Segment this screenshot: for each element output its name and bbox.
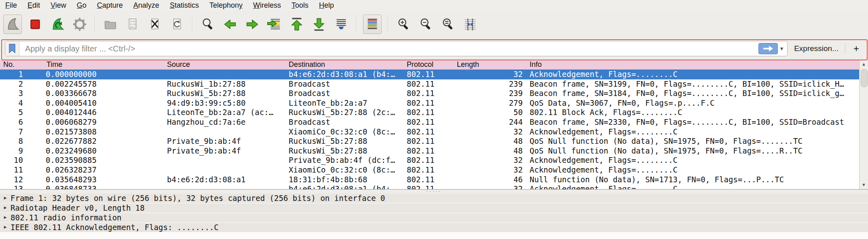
stop-capture-button[interactable] [26,15,44,34]
packet-list-header: No.TimeSourceDestinationProtocolLengthIn… [0,60,859,70]
open-file-button[interactable] [101,15,119,34]
packet-row[interactable]: 120.035648293b4:e6:2d:d3:08:a118:31:bf:4… [0,175,859,185]
menu-item-statistics[interactable]: Statistics [165,0,204,11]
filter-dropdown-caret[interactable]: ▾ [780,45,784,52]
detail-row[interactable]: ▶Frame 1: 32 bytes on wire (256 bits), 3… [0,194,868,203]
start-capture-button[interactable] [3,15,22,34]
go-forward-button[interactable] [243,15,261,34]
expand-arrow-icon[interactable]: ▶ [0,194,11,203]
menu-item-view[interactable]: View [45,0,72,11]
find-packet-button[interactable] [199,15,217,34]
packet-row[interactable]: 60.006068279Hangzhou_cd:7a:6eBroadcast80… [0,117,859,127]
cell-length: 32 [453,127,526,137]
packet-row[interactable]: 110.026328237XiaomiCo_0c:32:c0 (8c:…802.… [0,165,859,175]
go-first-button[interactable] [288,15,306,34]
apply-filter-button[interactable] [758,43,778,54]
auto-scroll-button[interactable] [332,15,350,34]
detail-row[interactable]: ▶802.11 radio information [0,213,868,222]
capture-options-icon [72,17,87,32]
column-header-time[interactable]: Time [44,60,162,69]
column-header-source[interactable]: Source [162,60,285,69]
menu-item-go[interactable]: Go [72,0,92,11]
add-filter-button[interactable]: + [852,43,863,54]
scrollbar-thumb[interactable] [861,69,868,87]
go-back-button[interactable] [221,15,239,34]
restart-capture-icon [50,17,65,32]
packet-row[interactable]: 90.023249680Private_9b:ab:4fRuckusWi_5b:… [0,146,859,156]
packet-row[interactable]: 100.023590885Private_9b:ab:4f (dc:f…802.… [0,156,859,165]
detail-row[interactable]: ▶IEEE 802.11 Acknowledgement, Flags: ...… [0,223,868,232]
menu-item-tools[interactable]: Tools [286,0,314,11]
cell-source: Private_9b:ab:4f [162,137,285,146]
packet-row[interactable]: 20.002245578RuckusWi_1b:27:88Broadcast80… [0,79,859,89]
cell-length: 32 [453,156,526,165]
packet-row[interactable]: 40.00400541094:d9:b3:99:c5:80LiteonTe_bb… [0,98,859,108]
packet-row[interactable]: 70.021573808XiaomiCo_0c:32:c0 (8c:…802.1… [0,127,859,137]
packet-row[interactable]: 50.004012446LiteonTe_bb:2a:a7 (ac:…Rucku… [0,108,859,117]
packet-row[interactable]: 80.022677882Private_9b:ab:4fRuckusWi_5b:… [0,137,859,146]
packet-row[interactable]: 30.003366678RuckusWi_5b:27:88Broadcast80… [0,89,859,98]
menu-item-capture[interactable]: Capture [92,0,128,11]
cell-length: 48 [453,146,526,156]
go-last-icon [311,17,327,32]
vertical-scrollbar[interactable]: ▲ ▼ [859,60,868,189]
column-header-info[interactable]: Info [526,60,859,69]
column-header-length[interactable]: Length [453,60,526,69]
cell-info: 802.11 Block Ack, Flags=........C [526,108,859,117]
resize-columns-button[interactable] [461,15,479,34]
menu-item-file[interactable]: File [0,0,22,11]
colorize-button[interactable] [363,15,382,34]
menu-item-wireless[interactable]: Wireless [248,0,286,11]
zoom-in-button[interactable] [395,15,412,34]
cell-time: 0.035648293 [44,175,162,185]
toolbar-separator [388,17,389,32]
cell-destination: Broadcast [285,89,403,98]
go-last-button[interactable] [310,15,328,34]
menu-item-edit[interactable]: Edit [22,0,45,11]
cell-no: 11 [0,165,44,175]
reload-file-button[interactable] [168,15,186,34]
cell-time: 0.036848733 [44,184,162,189]
cell-destination: b4:e6:2d:d3:08:a1 (b4:… [285,70,403,79]
cell-no: 7 [0,127,44,137]
cell-source [162,184,285,189]
cell-length: 48 [453,137,526,146]
close-file-button[interactable] [146,15,164,34]
capture-options-button[interactable] [71,15,89,34]
cell-protocol: 802.11 [403,117,453,127]
zoom-out-button[interactable] [417,15,435,34]
expand-arrow-icon[interactable]: ▶ [0,213,11,222]
svg-text:0101: 0101 [130,20,136,23]
detail-row[interactable]: ▶Radiotap Header v0, Length 18 [0,203,868,213]
expression-button[interactable]: Expression... [794,44,838,53]
cell-protocol: 802.11 [403,175,453,185]
cell-protocol: 802.11 [403,108,453,117]
column-header-destination[interactable]: Destination [285,60,403,69]
scroll-down-icon[interactable]: ▼ [860,180,868,189]
scroll-up-icon[interactable]: ▲ [860,60,868,68]
zoom-reset-button[interactable] [439,15,457,34]
cell-protocol: 802.11 [403,146,453,156]
menu-item-help[interactable]: Help [314,0,339,11]
open-file-icon [103,17,118,32]
cell-time: 0.026328237 [44,165,162,175]
expand-arrow-icon[interactable]: ▶ [0,223,11,232]
packet-details: ▶Frame 1: 32 bytes on wire (256 bits), 3… [0,194,868,232]
restart-capture-button[interactable] [49,15,66,34]
cell-destination: RuckusWi_5b:27:88 [285,137,403,146]
column-header-no[interactable]: No. [0,60,44,69]
go-to-packet-button[interactable] [266,15,283,34]
menu-item-analyze[interactable]: Analyze [128,0,165,11]
packet-row[interactable]: 10.000000000b4:e6:2d:d3:08:a1 (b4:…802.1… [0,70,859,79]
cell-info: Beacon frame, SN=3199, FN=0, Flags=.....… [526,79,859,89]
save-file-button[interactable]: 010101100011 [124,15,141,34]
column-header-protocol[interactable]: Protocol [403,60,453,69]
filter-bookmark-button[interactable] [5,41,19,56]
cell-info: Acknowledgement, Flags=........C [526,156,859,165]
expand-arrow-icon[interactable]: ▶ [0,203,11,213]
pane-splitter[interactable]: ····· [0,190,868,194]
svg-text:0011: 0011 [130,26,136,28]
resize-columns-icon [463,17,478,32]
menu-item-telephony[interactable]: Telephony [204,0,248,11]
display-filter-input[interactable]: Apply a display filter ... <Ctrl-/> ▾ [5,41,788,56]
